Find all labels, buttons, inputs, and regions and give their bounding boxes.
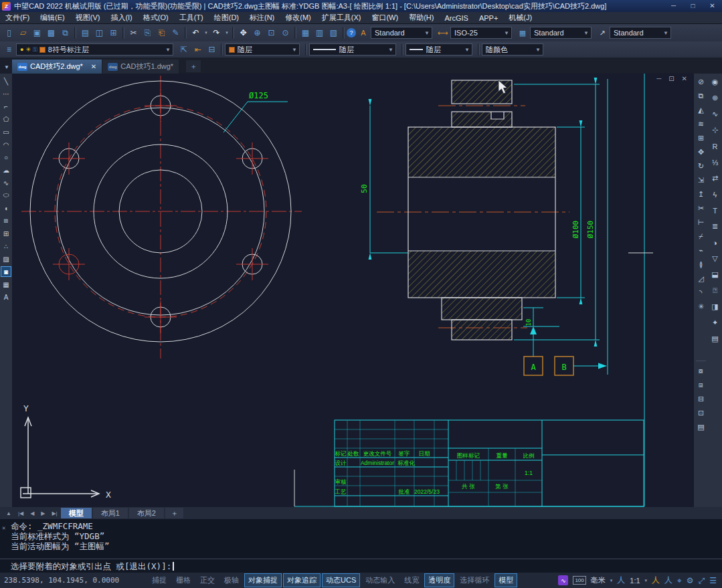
group-select-icon[interactable]: ⊡	[695, 407, 707, 419]
polyline-icon[interactable]: ⌐	[1, 101, 11, 112]
layout-up-icon[interactable]: ▲	[3, 510, 15, 516]
flange-view[interactable]: Ø125	[21, 76, 302, 359]
color-combo[interactable]: 随层 ▼	[225, 43, 300, 56]
toggle-lineweight[interactable]: 线宽	[400, 573, 423, 587]
convert-ab-icon[interactable]: ⇄	[709, 173, 721, 184]
minimize-button[interactable]: ─	[664, 0, 683, 12]
doc-tab-cad1[interactable]: dwg CAD技巧1.dwg*	[102, 60, 179, 74]
chart-icon[interactable]: ∿	[709, 108, 721, 120]
toggle-grid[interactable]: 栅格	[172, 573, 195, 587]
text-style-combo[interactable]: Standard▼	[371, 27, 432, 39]
menu-window[interactable]: 窗口(W)	[366, 12, 403, 23]
layer-combo[interactable]: ● ✳ ⚿ 8符号标注层 ▼	[16, 43, 173, 56]
menu-dimension[interactable]: 标注(N)	[244, 12, 280, 23]
tab-close-icon[interactable]: ✕	[91, 63, 96, 70]
menu-mech[interactable]: 机械(J)	[503, 12, 537, 23]
menu-insert[interactable]: 插入(I)	[105, 12, 137, 23]
group-edit-icon[interactable]: ⊟	[695, 393, 707, 405]
explode-icon[interactable]: ✳	[695, 301, 707, 312]
drawing-canvas[interactable]: ─ ⊡ ✕	[12, 74, 694, 507]
curve-analysis-icon[interactable]: ⊹	[709, 124, 721, 136]
copy-object-icon[interactable]: ⧉	[695, 90, 707, 102]
fillet-icon[interactable]: ◝	[695, 287, 707, 298]
annotation-scale-icon[interactable]: 人	[617, 575, 625, 586]
command-prompt[interactable]: 选择要附着的对象或引出点 或[退出(X)]:	[0, 559, 722, 573]
tab-model[interactable]: 模型	[61, 508, 92, 518]
trim-icon[interactable]: ✂	[695, 203, 707, 214]
rotate-icon[interactable]: ↻	[695, 161, 707, 172]
undo-icon[interactable]: ↶	[189, 26, 203, 40]
toggle-ortho[interactable]: 正交	[196, 573, 219, 587]
section-view[interactable]	[377, 80, 569, 340]
toggle-transparency[interactable]: 透明度	[424, 573, 454, 587]
redo-icon[interactable]: ↷	[209, 26, 223, 40]
layout-next-icon[interactable]: ▶	[37, 510, 48, 516]
table-edit-icon[interactable]: ▥	[312, 26, 327, 40]
layer-states-icon[interactable]: ⊟	[205, 43, 219, 57]
pan-icon[interactable]: ✥	[236, 26, 250, 40]
magnifier-icon[interactable]: ⊕	[709, 92, 721, 104]
layer-previous-icon[interactable]: ⇤	[191, 43, 205, 57]
revision-cloud-icon[interactable]: ☁	[1, 165, 11, 175]
chamfer-icon[interactable]: ◿	[695, 273, 707, 284]
break-icon[interactable]: ⌁	[695, 245, 707, 256]
tab-list-button[interactable]: ▼	[1, 60, 12, 74]
ellipse-icon[interactable]: ⬭	[1, 190, 11, 201]
mtext-icon[interactable]: A	[1, 292, 11, 302]
hatch-icon[interactable]: ▨	[1, 254, 11, 264]
menu-file[interactable]: 文件(F)	[0, 12, 35, 23]
menu-modify[interactable]: 修改(M)	[280, 12, 317, 23]
toggle-selection-cycling[interactable]: 选择循环	[456, 573, 493, 587]
palette-1-icon[interactable]: ◨	[709, 301, 721, 312]
help-icon[interactable]: ?	[347, 28, 356, 37]
menu-tools[interactable]: 工具(T)	[174, 12, 209, 23]
array-icon[interactable]: ⊞	[695, 132, 707, 144]
clean-screen-icon[interactable]: ⤢	[699, 576, 705, 585]
match-properties-icon[interactable]: ✎	[169, 26, 183, 40]
dim-style-combo[interactable]: ISO-25▼	[450, 27, 512, 39]
lightning-icon[interactable]: ϟ	[709, 189, 721, 200]
tab-layout2[interactable]: 布局2	[129, 508, 164, 518]
polygon-icon[interactable]: ⬠	[1, 114, 11, 124]
toggle-polar[interactable]: 极轴	[220, 573, 243, 587]
separator[interactable]	[294, 27, 296, 39]
design-center-icon[interactable]: ◉	[709, 76, 721, 88]
separator[interactable]	[232, 27, 234, 39]
filter-icon[interactable]: ▽	[709, 253, 721, 264]
group-icon[interactable]: ⧇	[695, 365, 707, 377]
file-open-icon[interactable]: ▱	[16, 26, 30, 40]
toggle-snap[interactable]: 捕捉	[148, 573, 171, 587]
spline-icon[interactable]: ∿	[1, 177, 11, 188]
zoom-previous-icon[interactable]: ⊙	[278, 26, 292, 40]
title-block[interactable]: 标记 处数 更改文件号 签字 日期 设计 Administrator 标准化 审…	[335, 420, 644, 506]
file-save-icon[interactable]: ▣	[30, 26, 44, 40]
menu-view[interactable]: 视图(V)	[70, 12, 106, 23]
settings-gear-icon[interactable]: ⚙	[687, 576, 694, 585]
scale-100-icon[interactable]: 100	[573, 576, 585, 585]
toggle-ducs[interactable]: 动态UCS	[322, 573, 360, 587]
maximize-button[interactable]: □	[683, 0, 703, 12]
menu-express[interactable]: 扩展工具(X)	[317, 12, 367, 23]
table-icon[interactable]: ▦	[1, 279, 11, 290]
toggle-osnap[interactable]: 对象捕捉	[244, 573, 282, 587]
separator[interactable]	[122, 27, 124, 39]
arc-icon[interactable]: ◠	[1, 139, 11, 150]
file-publish-icon[interactable]: ⧉	[58, 26, 72, 40]
doc-minimize-icon[interactable]: ─	[656, 75, 661, 82]
ungroup-icon[interactable]: ⧈	[695, 379, 707, 391]
move-icon[interactable]: ✥	[695, 146, 707, 158]
toggle-otrack[interactable]: 对象追踪	[283, 573, 321, 587]
status-menu-icon[interactable]: ☰	[709, 576, 717, 585]
menu-draw[interactable]: 绘图(D)	[209, 12, 244, 23]
layout-prev-icon[interactable]: ◀	[27, 510, 37, 516]
paste-icon[interactable]: ⎗	[155, 26, 169, 40]
command-close-icon[interactable]: ✕	[2, 524, 5, 531]
undo-dropdown-icon[interactable]: ▾	[203, 26, 209, 40]
doc-close-icon[interactable]: ✕	[682, 75, 687, 82]
toggle-model[interactable]: 模型	[494, 573, 517, 587]
zoom-realtime-icon[interactable]: ⊕	[250, 26, 264, 40]
layout-first-icon[interactable]: |◀	[15, 510, 27, 516]
erase-icon[interactable]: ⊘	[695, 76, 707, 88]
rectangle-icon[interactable]: ▭	[1, 126, 11, 137]
chevron-down-icon[interactable]: ▾	[645, 578, 648, 583]
